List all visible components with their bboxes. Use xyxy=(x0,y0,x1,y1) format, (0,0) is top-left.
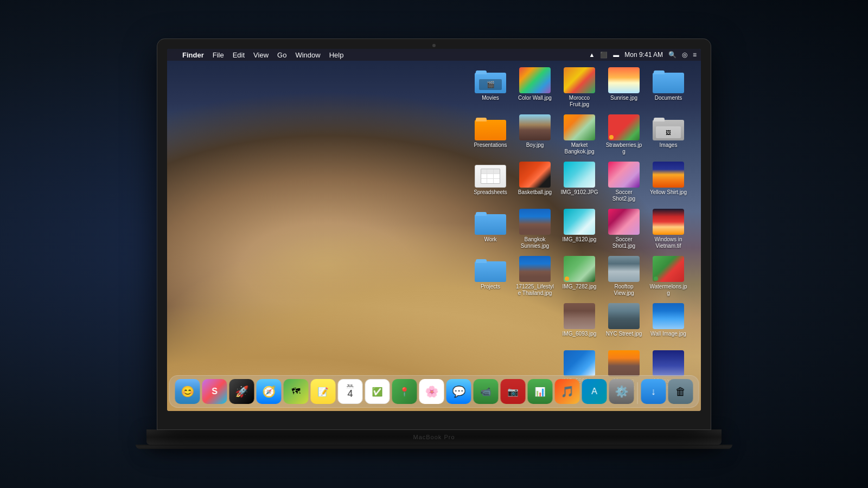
icon-presentations[interactable]: Presentations xyxy=(469,112,512,158)
icon-windows-vietnam[interactable]: Windows in Vietnam.tif xyxy=(647,207,690,253)
dock-siri[interactable]: S xyxy=(202,379,227,404)
trash-dock-icon: 🗑 xyxy=(675,386,686,398)
icon-work[interactable]: Work xyxy=(469,207,512,253)
view-menu[interactable]: View xyxy=(253,51,269,59)
dock: 😊 S 🚀 🧭 🗺 � xyxy=(169,375,699,408)
finder-menu[interactable]: Finder xyxy=(182,51,204,59)
icon-img-9102[interactable]: IMG_9102.JPG xyxy=(558,159,601,206)
img-7282-thumb xyxy=(564,256,595,282)
icon-images[interactable]: 🖼 Images xyxy=(647,112,690,158)
icon-movies[interactable]: 🎬 Movies xyxy=(469,65,512,111)
icon-strawberries[interactable]: Strawberries.jpg xyxy=(602,112,646,158)
icon-img-7282[interactable]: IMG_7282.jpg xyxy=(558,254,601,300)
boy-label: Boy.jpg xyxy=(526,142,544,149)
soccer-shot1-thumb xyxy=(608,209,640,235)
dock-prefs[interactable]: ⚙️ xyxy=(609,379,634,404)
dock-launchpad[interactable]: 🚀 xyxy=(229,379,254,404)
go-menu[interactable]: Go xyxy=(277,51,286,59)
projects-folder-icon xyxy=(475,256,506,282)
icon-soccer-shot2[interactable]: Soccer Shot2.jpg xyxy=(602,159,646,206)
documents-label: Documents xyxy=(655,95,682,101)
downloads-dock-icon: ↓ xyxy=(651,386,656,397)
strawberries-label: Strawberries.jpg xyxy=(604,142,643,155)
dock-photobooth[interactable]: 📷 xyxy=(501,379,526,404)
search-icon[interactable]: 🔍 xyxy=(668,51,676,59)
screen: Finder File Edit View Go Window Help ▲ ⬛… xyxy=(167,49,701,411)
battery-icon: ▬ xyxy=(613,52,619,58)
empty-6-1 xyxy=(469,301,512,347)
dock-photos[interactable]: 🌸 xyxy=(419,379,444,404)
dock-notes[interactable]: 📝 xyxy=(311,379,336,404)
icon-171225-lifestyle[interactable]: 171225_Lifestyle Thailand.jpg xyxy=(513,254,557,300)
yellow-shirt-label: Yellow Shirt.jpg xyxy=(650,189,687,196)
dock-music[interactable]: 🎵 xyxy=(555,379,580,404)
basketball-thumb xyxy=(519,162,551,188)
macbook-bottom: MacBook Pro xyxy=(146,429,722,445)
siri-menubar-icon[interactable]: ◎ xyxy=(682,51,687,59)
dock-reminders[interactable]: ✅ xyxy=(365,379,390,404)
img-9102-thumb xyxy=(564,162,595,188)
calendar-dock-content: JUL 4 xyxy=(347,384,354,400)
watermelons-label: Watermelons.jpg xyxy=(649,284,688,297)
icon-img-6093[interactable]: IMG_6093.jpg xyxy=(558,301,601,347)
dock-trash[interactable]: 🗑 xyxy=(668,379,693,404)
icon-rooftop-view[interactable]: Rooftop View.jpg xyxy=(602,254,646,300)
control-center-icon[interactable]: ≡ xyxy=(693,51,697,59)
dock-calendar[interactable]: JUL 4 xyxy=(338,379,363,404)
icon-watermelons[interactable]: Watermelons.jpg xyxy=(647,254,690,300)
img-9102-label: IMG_9102.JPG xyxy=(561,189,598,196)
dock-safari[interactable]: 🧭 xyxy=(257,379,282,404)
icon-color-wall[interactable]: Color Wall.jpg xyxy=(513,65,557,111)
img-8120-label: IMG_8120.jpg xyxy=(563,236,597,243)
icon-morocco-fruit[interactable]: Morocco Fruit.jpg xyxy=(558,65,601,111)
icon-sunrise[interactable]: Sunrise.jpg xyxy=(602,65,646,111)
img-6093-label: IMG_6093.jpg xyxy=(563,331,597,337)
icon-boy[interactable]: Boy.jpg xyxy=(513,112,557,158)
img-7282-badge xyxy=(565,277,569,281)
windows-vietnam-label: Windows in Vietnam.tif xyxy=(649,236,688,249)
sunrise-thumb xyxy=(608,67,640,93)
wall-image-label: Wall Image.jpg xyxy=(650,331,686,337)
dock-appstore[interactable]: A xyxy=(582,379,607,404)
dock-finder[interactable]: 😊 xyxy=(175,379,200,404)
nyc-street-thumb xyxy=(608,303,640,329)
camera-dot xyxy=(432,44,436,47)
icon-projects[interactable]: Projects xyxy=(469,254,512,300)
photos-dock-icon: 🌸 xyxy=(425,385,438,398)
icon-soccer-shot1[interactable]: Soccer Shot1.jpg xyxy=(602,207,646,253)
help-menu[interactable]: Help xyxy=(329,51,344,59)
dock-messages[interactable]: 💬 xyxy=(446,379,471,404)
icon-bangkok-sunnies[interactable]: Bangkok Sunnies.jpg xyxy=(513,207,557,253)
icon-nyc-street[interactable]: NYC Street.jpg xyxy=(602,301,646,347)
macbook-screen-bezel: Finder File Edit View Go Window Help ▲ ⬛… xyxy=(157,39,711,429)
edit-menu[interactable]: Edit xyxy=(233,51,245,59)
boy-thumb xyxy=(519,114,551,140)
dock-numbers[interactable]: 📊 xyxy=(528,379,553,404)
macbook-hinge xyxy=(136,445,732,449)
launchpad-dock-icon: 🚀 xyxy=(235,385,248,398)
color-wall-thumb xyxy=(519,67,551,93)
macbook-wrapper: Finder File Edit View Go Window Help ▲ ⬛… xyxy=(136,39,732,449)
display-icon: ⬛ xyxy=(600,52,608,59)
dock-maps[interactable]: 🗺 xyxy=(284,379,309,404)
icon-img-8120[interactable]: IMG_8120.jpg xyxy=(558,207,601,253)
documents-folder-icon xyxy=(653,67,684,93)
movies-folder-icon: 🎬 xyxy=(475,67,506,93)
wifi-icon: ▲ xyxy=(589,52,595,58)
photobooth-dock-icon: 📷 xyxy=(508,387,519,397)
dock-downloads[interactable]: ↓ xyxy=(641,379,666,404)
icon-basketball[interactable]: Basketball.jpg xyxy=(513,159,557,206)
dock-facetime[interactable]: 📹 xyxy=(474,379,499,404)
window-menu[interactable]: Window xyxy=(295,51,320,59)
icon-spreadsheets[interactable]: Spreadsheets xyxy=(469,159,512,206)
icon-market-bangkok[interactable]: Market Bangkok.jpg xyxy=(558,112,601,158)
icon-documents[interactable]: Documents xyxy=(647,65,690,111)
icon-wall-image[interactable]: Wall Image.jpg xyxy=(647,301,690,347)
watermelons-badge xyxy=(654,277,658,281)
img-5961-thumb xyxy=(564,350,595,376)
icon-yellow-shirt[interactable]: Yellow Shirt.jpg xyxy=(647,159,690,206)
dock-maps2[interactable]: 📍 xyxy=(392,379,417,404)
morocco-selfie-thumb xyxy=(608,350,640,376)
bangkok-sunnies-thumb xyxy=(519,209,551,235)
file-menu[interactable]: File xyxy=(213,51,224,59)
